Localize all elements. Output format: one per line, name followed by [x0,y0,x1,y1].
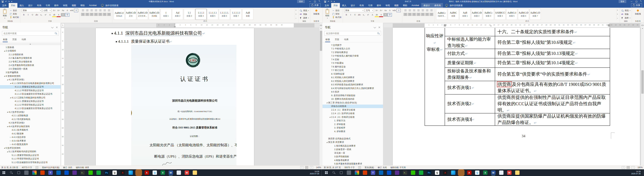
redo-button[interactable]: ↷ [8,1,10,2]
nav-heading-item[interactable]: 2.2 备品备件分项报价表 [0,56,60,60]
style-card[interactable]: AaI标题 2 [172,9,183,20]
vertical-scrollbar[interactable] [319,24,322,166]
nav-heading-item[interactable]: 评标办法前附表 [322,105,383,108]
nav-heading-item[interactable]: 5.技术服务和质保期服务要求 [322,162,383,166]
ribbon-context-tab[interactable]: 表设计 [421,3,432,8]
text-highlight-button[interactable]: ab [52,13,56,17]
nav-heading-item[interactable]: 1.项目概况及总体要求 [322,144,383,148]
nav-heading-item[interactable]: 2.设备需求一览表 [322,148,383,151]
expand-triangle-icon[interactable]: ▷ [9,136,12,138]
nav-search-input[interactable] [325,32,377,35]
table-cell[interactable]: 符合第二章“投标人须知”第10.13项规定↵ [495,49,610,58]
share-button[interactable]: 共享 [310,3,320,7]
style-card[interactable]: AaBbCcD标题 6 [518,9,529,20]
nav-heading-item[interactable]: 2.4 技术服务和培训报价表 [0,64,60,67]
nav-heading-item[interactable]: 4.2.2 管式胶体电池 [0,117,60,121]
nav-heading-item[interactable]: 2.5 货物说明一览表 [0,67,60,71]
quark-browser-icon[interactable]: Q [152,170,157,175]
scroll-up-icon[interactable] [641,27,644,30]
acrobat-pro-icon[interactable]: A [120,170,125,175]
table-column-marker[interactable] [608,24,610,27]
font-color-button[interactable]: A [379,13,383,17]
nav-heading-item[interactable]: 4.1.1.3 职业健康安全管理体系认证证书 [0,92,60,96]
superscript-button[interactable]: x² [366,13,370,17]
nav-heading-item[interactable]: 2.3 专用工具分项报价表 [0,60,60,64]
style-card[interactable]: AaBbCcK&W B... [436,9,447,20]
shrink-font-button[interactable]: A˅ [379,9,383,12]
gallery-more-icon[interactable]: ▿ [616,17,618,19]
gallery-up-icon[interactable]: ▴ [295,9,297,11]
style-card[interactable]: AaBbCcDdE正文文本... [137,9,148,20]
wps-icon[interactable]: W [507,170,512,175]
qq-icon[interactable]: Q [435,170,439,175]
style-card[interactable]: AaBbC标题 [448,9,459,20]
shrink-font-button[interactable]: A˅ [56,9,61,12]
qat-dropdown-icon[interactable]: ▾ [334,1,335,2]
nav-heading-item[interactable]: 4.1.2.3 职业健康安全管理体系认证证书 [0,107,60,110]
nav-heading-item[interactable]: 4.1.1.1 质量保证体系认证证书 [0,85,60,89]
file-explorer-icon[interactable] [193,170,197,175]
quark-browser-icon[interactable]: Q [475,170,480,175]
ribbon-tab[interactable]: 视图 [70,3,78,8]
gallery-more-icon[interactable]: ▿ [295,17,297,19]
scroll-thumb[interactable] [320,31,322,51]
addins-button[interactable]: 加载项 [633,9,642,20]
scroll-thumb[interactable] [641,70,644,94]
task-view-button[interactable] [15,169,22,176]
nav-heading-item[interactable]: 5.1.2 环境管理体系认证证书 [0,157,60,161]
character-shading-button[interactable]: A [61,13,65,17]
table-cell[interactable]: 付款方式↵ [445,49,495,58]
nav-heading-item[interactable]: 8.4 对与评标活动有关的工作人员的纪律要求 [322,86,383,90]
sticky-notes-icon[interactable] [24,170,28,175]
ribbon-tab[interactable]: 布局 [357,3,366,8]
ribbon-context-tab[interactable]: 表布局 [432,3,443,8]
nav-heading-item[interactable]: ▷4.4.3 综合评价 [0,135,60,139]
table-cell[interactable]: 供货商及分包商应具有有效的GB/T 19001或ISO 9001质量体系认证证书… [495,81,610,94]
nav-heading-item[interactable]: 4.1.2.1 质量保证体系认证证书 [0,100,60,103]
excel-icon[interactable]: X [160,170,165,175]
change-case-button[interactable]: Aa [61,9,65,12]
nav-heading-item[interactable]: 4.2.1 太阳能电源 [0,114,60,118]
style-card[interactable]: AaBbCcD标题 7 [530,9,541,20]
nav-heading-item[interactable]: 5.1.3 职业健康安全管理体系认证证书 [0,161,60,164]
accessibility-status[interactable]: 辅助功能: 调查 [76,166,89,169]
notepad-icon[interactable] [499,170,504,175]
nav-heading-item[interactable]: 7.2 评标结果异议 [322,51,383,54]
ruler-toggle-icon[interactable] [641,24,644,27]
wechat-icon[interactable] [411,170,415,175]
font-name-select[interactable]: 宋体▾ [22,9,42,12]
addins-button[interactable]: 加载项 [312,9,321,20]
tell-me-search[interactable]: 操作说明搜索 [105,3,119,8]
print-layout-button[interactable] [305,166,308,169]
nav-search-icon[interactable] [377,32,380,35]
style-card[interactable]: AaBbCcDdE正文 [125,9,136,20]
style-card[interactable]: AABBCCI标题 4 [494,9,506,20]
document-page[interactable]: 4.1.1深圳市晶日光电系新能源科技有限公司↵ 4.1.1.1质量保证体系认证证… [96,28,254,166]
word-icon[interactable]: W [168,170,173,175]
nav-heading-item[interactable]: 1. 评标方法 [322,119,383,123]
align-center-button[interactable] [408,13,412,16]
taskbar-clock[interactable]: 14:39 2025-07-30 [310,170,322,175]
replace-button[interactable]: ab替换 [621,13,630,16]
nav-heading-item[interactable]: 10. 需要补充的其他内容 [322,97,383,101]
style-card[interactable]: 1.1.1.1.1标题 7 [230,9,242,20]
nav-tab[interactable]: 结果 [22,37,26,42]
undo-button[interactable]: ↶ [328,1,329,2]
ribbon-tab[interactable]: 开始 [9,3,18,8]
web-layout-button[interactable] [632,166,635,169]
table-cell[interactable]: 质量保证期限↵ [445,58,495,67]
shading-button[interactable] [430,13,433,16]
style-card[interactable]: 1.1.1.1标题 4 [196,9,206,20]
nav-heading-item[interactable]: ◢2.2.4（3）价格评分标准 [322,115,383,119]
nav-heading-item[interactable]: ◢5.1 技术规格书内容证明资料 [0,150,60,153]
nav-options-chevron-icon[interactable] [374,26,376,28]
nav-heading-item[interactable]: ▷4.4.4 技术要求 [0,139,60,143]
sort-button[interactable] [430,9,433,12]
nav-heading-item[interactable]: 2. 评审标准 [322,122,383,126]
nav-heading-item[interactable]: 8.1 对招标人的纪律要求 [322,76,383,79]
strikethrough-button[interactable]: abc [35,13,39,17]
ribbon-tab[interactable]: Acrobat [410,3,421,8]
onedrive-icon[interactable] [379,170,383,175]
undo-button[interactable]: ↶ [5,1,7,2]
font-color-button[interactable]: A [56,13,61,17]
